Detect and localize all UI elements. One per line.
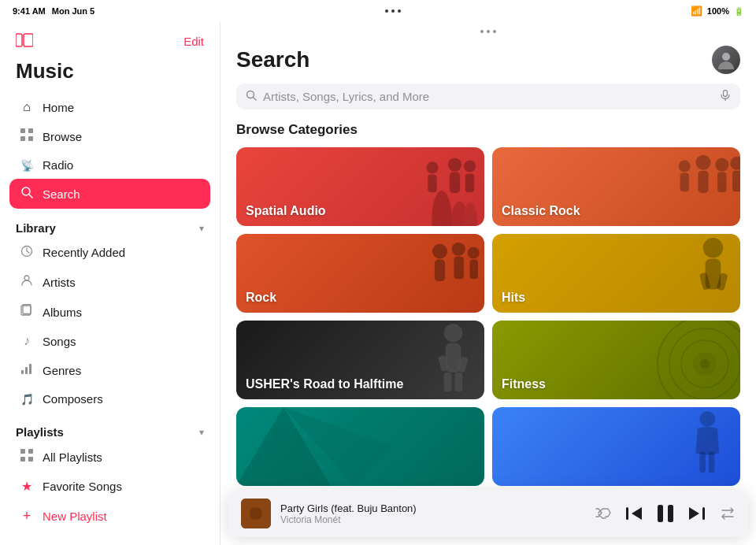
nav-search-label: Search [43,187,80,201]
svg-rect-40 [732,171,740,192]
nav-all-playlists-label: All Playlists [43,450,102,464]
svg-point-47 [703,238,723,258]
svg-rect-65 [699,452,706,473]
categories-grid: Spatial Audio [236,147,740,486]
category-label-spatial-audio: Spatial Audio [246,204,326,218]
library-section-header[interactable]: Library ▾ [0,213,220,238]
content-header: Search [236,46,740,74]
nav-genres[interactable]: Genres [9,355,210,385]
mic-icon[interactable] [720,90,731,103]
nav-search[interactable]: Search [9,179,210,209]
category-fitness[interactable]: Fitness [492,321,740,399]
sidebar: Edit Music ⌂ Home Browse [0,22,220,545]
svg-line-21 [254,98,257,101]
sidebar-toggle-button[interactable] [16,33,33,50]
category-label-classic-rock: Classic Rock [502,204,580,218]
nav-recently-added-label: Recently Added [43,246,125,259]
nav-composers-label: Composers [43,392,103,406]
svg-rect-56 [455,373,463,391]
svg-point-29 [426,161,438,173]
svg-rect-66 [709,452,715,473]
svg-point-37 [679,160,691,172]
top-bar [220,22,756,33]
battery-icon: 🔋 [734,7,743,16]
svg-rect-1 [24,34,33,46]
nav-home[interactable]: ⌂ Home [9,93,210,121]
date-display: Mon Jun 5 [52,6,94,16]
svg-point-31 [464,160,476,172]
category-teal[interactable] [236,407,484,486]
nav-all-playlists[interactable]: All Playlists [9,442,210,472]
nav-radio-label: Radio [43,158,73,172]
category-label-rock: Rock [246,291,276,305]
svg-rect-71 [658,505,663,522]
category-label-hits: Hits [502,291,525,305]
svg-rect-5 [28,136,33,141]
now-playing-artist: Victoria Monét [280,514,586,525]
dot1 [385,9,388,13]
search-input[interactable] [263,90,713,103]
svg-rect-2 [20,128,25,133]
svg-rect-55 [444,373,452,391]
time-display: 9:41 AM [13,6,46,16]
next-button[interactable] [688,506,706,521]
nav-new-playlist-label: New Playlist [43,510,107,523]
category-spatial-audio[interactable]: Spatial Audio [236,147,484,226]
now-playing-thumbnail [241,499,271,528]
play-pause-button[interactable] [657,504,674,523]
search-nav-icon [19,186,35,202]
svg-rect-17 [20,457,25,462]
svg-point-51 [444,324,463,343]
profile-avatar[interactable] [712,46,740,74]
svg-rect-16 [28,449,33,454]
svg-rect-32 [465,174,474,193]
category-label-usher: USHER's Road to Halftime [246,377,403,391]
nav-albums[interactable]: Albums [9,297,210,327]
category-blue[interactable] [492,407,740,486]
category-hits[interactable]: Hits [492,234,740,313]
svg-point-61 [700,359,710,369]
playlists-section-header[interactable]: Playlists ▾ [0,417,220,442]
avatar-image [712,46,740,74]
library-chevron-icon: ▾ [199,223,204,234]
composers-icon: 🎵 [19,393,35,406]
library-title: Library [16,221,56,235]
repeat-button[interactable] [720,506,736,521]
dot2 [391,9,395,13]
status-center [385,9,401,13]
wifi-icon: 📶 [691,6,702,17]
svg-point-33 [696,155,711,170]
svg-rect-30 [428,174,436,192]
home-icon: ⌂ [19,100,35,114]
svg-rect-38 [680,173,689,192]
category-rock[interactable]: Rock [236,234,484,313]
svg-rect-4 [20,136,25,141]
edit-button[interactable]: Edit [183,35,204,48]
svg-rect-3 [28,128,33,133]
content-area: Search [220,33,756,545]
category-classic-rock[interactable]: Classic Rock [492,147,740,226]
nav-new-playlist[interactable]: + New Playlist [9,501,210,532]
nav-recently-added[interactable]: Recently Added [9,238,210,267]
nav-composers[interactable]: 🎵 Composers [9,385,210,413]
previous-button[interactable] [625,506,643,521]
svg-point-39 [730,157,740,170]
shuffle-button[interactable] [595,507,611,520]
now-playing-info: Party Girls (feat. Buju Banton) Victoria… [280,502,586,525]
category-usher[interactable]: USHER's Road to Halftime [236,321,484,399]
page-title: Search [236,47,309,72]
clock-icon [19,245,35,260]
radio-icon: 📡 [19,159,35,172]
nav-browse[interactable]: Browse [9,121,210,151]
now-playing-bar: Party Girls (feat. Buju Banton) Victoria… [228,490,748,537]
favorite-icon: ★ [19,479,35,494]
nav-favorite-songs[interactable]: ★ Favorite Songs [9,472,210,501]
nav-radio[interactable]: 📡 Radio [9,151,210,179]
nav-songs[interactable]: ♪ Songs [9,327,210,355]
genres-icon [19,362,35,378]
playlists-nav: All Playlists ★ Favorite Songs + New Pla… [0,442,220,532]
svg-point-43 [452,243,465,256]
svg-rect-0 [16,34,22,46]
nav-artists[interactable]: Artists [9,267,210,297]
sidebar-header: Edit [0,22,220,56]
